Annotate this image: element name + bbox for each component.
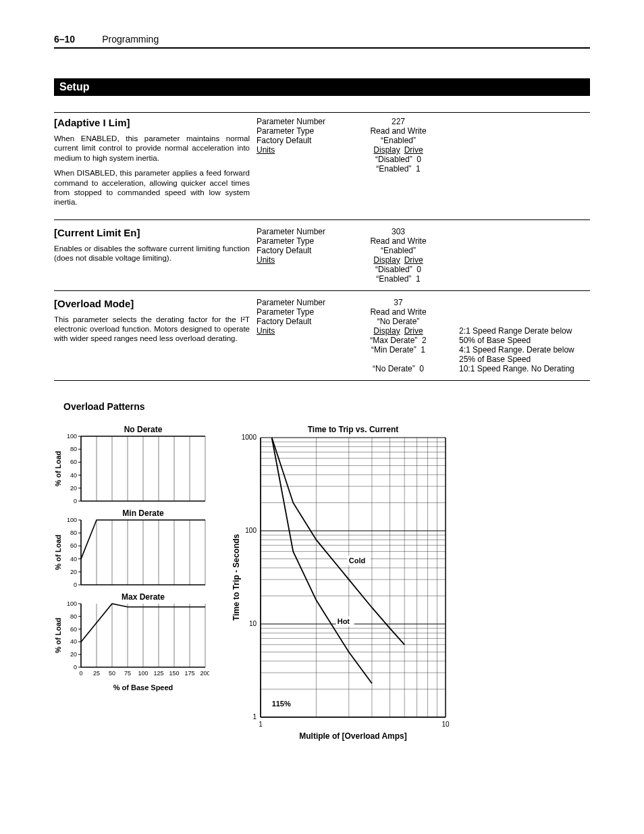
y-axis-label: % of Load [54, 617, 62, 653]
y-tick-label: 1 [252, 713, 257, 721]
overload-patterns-heading: Overload Patterns [63, 401, 590, 412]
unit-display-value: “Enabled” [376, 274, 411, 284]
x-tick-label: 10 [441, 721, 450, 728]
unit-drive-value: 2 [422, 336, 427, 345]
unit-description: 4:1 Speed Range. Derate below 25% of Bas… [459, 345, 590, 364]
svg-text:40: 40 [70, 638, 77, 645]
unit-drive-value: 0 [417, 155, 421, 164]
param-type-value: Read and Write [338, 126, 459, 136]
units-drive-header: Drive [404, 255, 423, 265]
y-tick-label: 60 [70, 459, 77, 465]
unit-display-value: “Max Derate” [370, 336, 417, 345]
param-type-value: Read and Write [338, 236, 459, 246]
y-tick-label: 40 [70, 471, 77, 478]
unit-description: 10:1 Speed Range. No Derating [459, 364, 590, 373]
unit-description [459, 274, 590, 284]
x-axis-label: Multiple of [Overload Amps] [299, 731, 407, 741]
y-tick-label: 10 [249, 620, 257, 627]
section-title: Setup [54, 78, 590, 96]
unit-drive-value: 1 [416, 274, 421, 284]
unit-display-value: “No Derate” [373, 364, 415, 373]
svg-text:0: 0 [79, 670, 82, 677]
unit-display-value: “Disabled” [375, 265, 412, 274]
units-drive-header: Drive [404, 145, 423, 155]
x-axis-label: % of Base Speed [113, 683, 173, 692]
unit-description [459, 164, 590, 174]
chart-title: No Derate [124, 425, 163, 434]
svg-text:150: 150 [169, 670, 179, 677]
y-tick-label: 100 [67, 517, 77, 523]
svg-text:100: 100 [138, 670, 148, 677]
parameter-title: [Current Limit En] [54, 227, 250, 238]
units-label: Units [257, 255, 275, 265]
param-type-label: Parameter Type [257, 236, 338, 246]
derate-chart: 020406080100Min Derate% of Load [54, 508, 209, 589]
y-tick-label: 1000 [242, 434, 257, 441]
unit-description [459, 145, 590, 164]
chart-annotation: 115% [272, 700, 291, 708]
unit-drive-value: 1 [421, 345, 425, 355]
units-display-header: Display [373, 326, 400, 336]
factory-default-label: Factory Default [257, 136, 338, 145]
parameter-description-2: When DISABLED, this parameter applies a … [54, 168, 250, 207]
svg-text:0: 0 [74, 664, 77, 671]
chapter-title: Programming [102, 34, 159, 45]
factory-default-value: “Enabled” [338, 246, 459, 255]
units-label: Units [257, 326, 275, 336]
param-type-label: Parameter Type [257, 307, 338, 317]
page-header: 6–10 Programming [54, 34, 590, 49]
unit-drive-value: 0 [417, 265, 421, 274]
unit-description [459, 255, 590, 274]
factory-default-label: Factory Default [257, 317, 338, 326]
chart-title: Time to Trip vs. Current [308, 425, 398, 434]
param-type-value: Read and Write [338, 307, 459, 317]
y-tick-label: 0 [74, 498, 77, 504]
svg-text:25: 25 [93, 670, 100, 677]
y-axis-label: % of Load [54, 450, 62, 486]
parameter-title: [Adaptive I Lim] [54, 117, 250, 128]
y-tick-label: 0 [74, 581, 77, 588]
chart-annotation: Hot [338, 617, 350, 625]
svg-text:50: 50 [109, 670, 115, 677]
param-type-label: Parameter Type [257, 126, 338, 136]
y-tick-label: 40 [70, 555, 77, 562]
svg-text:20: 20 [70, 651, 77, 658]
param-number-label: Parameter Number [257, 227, 338, 236]
parameter-description: When ENABLED, this parameter maintains n… [54, 134, 250, 163]
svg-text:175: 175 [184, 670, 194, 677]
svg-text:80: 80 [70, 613, 77, 619]
y-tick-label: 100 [67, 433, 77, 440]
svg-text:200: 200 [200, 670, 209, 677]
derate-chart: 0204060801000255075100125150175200Max De… [54, 592, 209, 693]
y-tick-label: 20 [70, 484, 77, 491]
chart-title: Min Derate [122, 509, 164, 518]
factory-default-label: Factory Default [257, 246, 338, 255]
param-number-label: Parameter Number [257, 117, 338, 126]
parameter-block: [Overload Mode] This parameter selects t… [54, 298, 590, 381]
derate-chart: 020406080100No Derate% of Load [54, 424, 209, 505]
y-axis-label: Time to Trip - Seconds [232, 533, 241, 621]
units-display-header: Display [373, 145, 400, 155]
parameter-description: Enables or disables the software current… [54, 244, 250, 263]
param-number-label: Parameter Number [257, 298, 338, 307]
y-tick-label: 100 [245, 527, 257, 534]
y-tick-label: 60 [70, 542, 77, 549]
units-display-header: Display [373, 255, 400, 265]
page-number: 6–10 [54, 34, 75, 45]
y-tick-label: 80 [70, 446, 77, 452]
y-tick-label: 80 [70, 529, 77, 536]
parameter-title: [Overload Mode] [54, 298, 250, 309]
units-label: Units [257, 145, 275, 155]
unit-description: 2:1 Speed Range Derate below 50% of Base… [459, 326, 590, 345]
unit-display-value: “Enabled” [376, 164, 411, 174]
param-number-value: 303 [338, 227, 459, 236]
svg-text:75: 75 [124, 670, 131, 677]
svg-text:100: 100 [67, 600, 77, 607]
unit-display-value: “Min Derate” [371, 345, 417, 355]
factory-default-value: “No Derate” [338, 317, 459, 326]
svg-text:125: 125 [153, 670, 163, 677]
svg-text:60: 60 [70, 625, 77, 632]
parameter-block: [Adaptive I Lim] When ENABLED, this para… [54, 112, 590, 220]
chart-title: Max Derate [122, 592, 165, 602]
y-axis-label: % of Load [54, 534, 62, 570]
